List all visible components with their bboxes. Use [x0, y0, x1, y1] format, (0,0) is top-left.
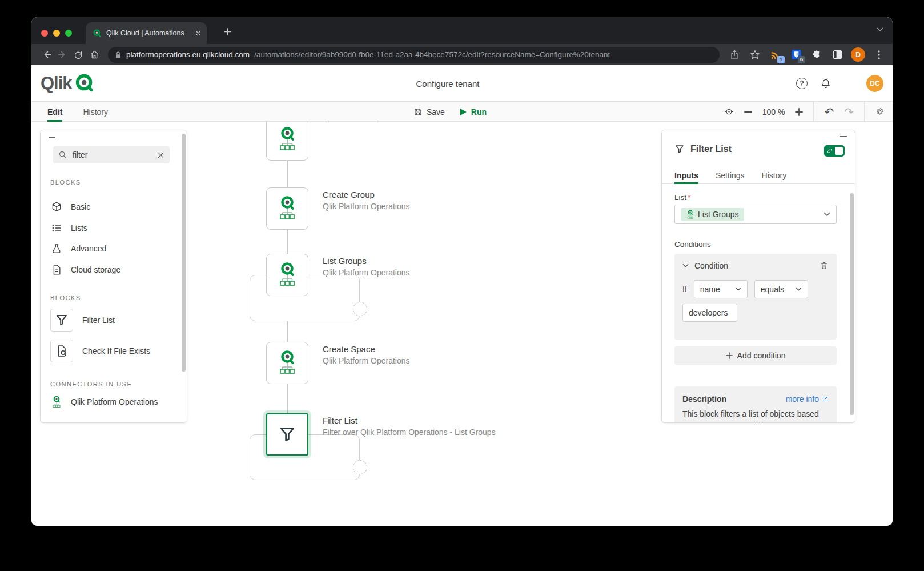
url-domain: platformoperations.eu.qlikcloud.com — [126, 50, 250, 59]
user-avatar[interactable]: DC — [866, 75, 883, 92]
browser-url-bar: platformoperations.eu.qlikcloud.com/auto… — [31, 44, 893, 65]
new-tab-button[interactable] — [221, 25, 234, 38]
toolbar-right-actions: 100 % ↶ ↷ — [724, 102, 885, 122]
toolbar-divider — [864, 102, 865, 122]
qlik-logo[interactable]: Qlik — [41, 73, 96, 94]
flow-connector-line — [287, 384, 288, 413]
clear-search-icon[interactable] — [158, 152, 164, 158]
browser-menu-kebab-icon[interactable] — [872, 48, 886, 62]
cube-icon — [50, 201, 63, 213]
chevron-down-icon — [823, 212, 830, 217]
app-launcher-grid-icon[interactable] — [844, 79, 854, 89]
url-path: /automations/editor/9ab990d0-fb0e-11ed-a… — [254, 50, 610, 59]
notifications-bell-icon[interactable] — [820, 78, 831, 89]
app-header: Qlik Configure tenant DC — [31, 65, 893, 102]
more-info-link[interactable]: more info — [786, 394, 829, 404]
bookmark-star-icon[interactable] — [748, 48, 762, 62]
run-button[interactable]: Run — [460, 107, 487, 117]
add-condition-button[interactable]: Add condition — [674, 346, 837, 365]
sidebar-item-basic[interactable]: Basic — [50, 197, 90, 217]
window-minimize-button[interactable] — [53, 30, 60, 37]
block-title: Filter List — [323, 414, 517, 426]
block-node-create-space[interactable] — [266, 342, 308, 384]
sidebar-block-check-if-file-exists[interactable]: Check If File Exists — [50, 340, 150, 362]
delete-condition-icon[interactable] — [819, 261, 829, 270]
browser-profile-avatar[interactable]: D — [851, 47, 865, 62]
block-label: Create Group Qlik Platform Operations — [323, 189, 517, 213]
external-link-icon — [822, 396, 829, 402]
tab-edit[interactable]: Edit — [47, 102, 62, 122]
zoom-in-button[interactable] — [795, 108, 803, 116]
add-condition-label: Add condition — [737, 351, 786, 360]
collapse-panel-icon[interactable] — [840, 136, 847, 137]
extensions-puzzle-icon[interactable] — [810, 48, 823, 62]
forward-button[interactable] — [54, 47, 70, 63]
browser-tab-strip: Qlik Cloud | Automations — [31, 17, 893, 44]
tab-history[interactable]: History — [83, 102, 108, 122]
sidebar-item-advanced[interactable]: Advanced — [50, 239, 106, 258]
rss-extension-icon[interactable]: 1 — [769, 48, 782, 62]
side-panel-icon[interactable] — [830, 48, 844, 62]
block-node[interactable] — [266, 122, 308, 161]
condition-card: Condition If name equals — [674, 254, 837, 340]
address-bar[interactable]: platformoperations.eu.qlikcloud.com/auto… — [108, 47, 720, 63]
sidebar-item-cloud-storage[interactable]: Cloud storage — [50, 260, 120, 279]
window-close-button[interactable] — [41, 30, 48, 37]
qlik-connector-icon — [276, 126, 299, 153]
zoom-out-button[interactable] — [744, 108, 752, 116]
condition-header[interactable]: Condition — [682, 261, 728, 270]
section-header-blocks: BLOCKS — [50, 179, 81, 186]
inspector-scrollbar[interactable] — [850, 193, 854, 415]
condition-if-row: If name equals — [682, 280, 808, 298]
sidebar-connector-qlik-platform-operations[interactable]: Qlik Platform Operations — [50, 392, 158, 412]
block-node-list-groups[interactable] — [266, 254, 308, 296]
undo-button[interactable]: ↶ — [824, 106, 834, 118]
loop-drop-target[interactable] — [353, 302, 367, 316]
tab-close-icon[interactable] — [195, 30, 201, 36]
settings-gear-icon[interactable] — [875, 107, 885, 117]
block-node-filter-list[interactable] — [266, 413, 308, 456]
list-select[interactable]: List Groups — [674, 205, 837, 224]
back-button[interactable] — [38, 47, 54, 63]
save-button[interactable]: Save — [413, 107, 445, 117]
tab-history[interactable]: History — [762, 167, 787, 184]
sidebar-block-filter-list[interactable]: Filter List — [50, 309, 115, 332]
browser-window: Qlik Cloud | Automations — [31, 17, 893, 526]
description-card: Description more info This block filters… — [674, 386, 837, 423]
editor-tabs: Edit History — [47, 102, 108, 122]
save-label: Save — [427, 107, 445, 117]
block-title: Create Group — [323, 189, 517, 201]
browser-tab[interactable]: Qlik Cloud | Automations — [86, 22, 207, 44]
collapse-sidebar-icon[interactable] — [49, 137, 55, 138]
sidebar-item-label: Basic — [71, 202, 90, 211]
password-manager-extension-icon[interactable]: 6 — [789, 48, 803, 62]
home-button[interactable] — [86, 47, 102, 63]
condition-field-select[interactable]: name — [694, 280, 748, 298]
tab-search-chevron-icon[interactable] — [877, 27, 883, 32]
help-icon[interactable] — [796, 78, 808, 89]
loop-drop-target[interactable] — [353, 460, 367, 474]
qlik-logo-q-icon — [74, 73, 96, 94]
reload-button[interactable] — [70, 47, 86, 63]
redo-button[interactable]: ↷ — [844, 106, 854, 118]
sidebar-item-label: Advanced — [71, 244, 106, 253]
flow-connector-line — [287, 230, 288, 254]
window-zoom-button[interactable] — [65, 30, 72, 37]
block-node-create-group[interactable] — [266, 187, 308, 230]
condition-value-select[interactable]: developers — [682, 304, 737, 322]
inspector-header: Filter List — [674, 144, 732, 154]
share-icon[interactable] — [728, 48, 741, 62]
search-input[interactable] — [71, 150, 153, 160]
fit-to-screen-icon[interactable] — [724, 107, 734, 117]
tab-settings[interactable]: Settings — [716, 167, 745, 184]
condition-operator-select[interactable]: equals — [754, 280, 808, 298]
qlik-connector-icon — [276, 262, 299, 288]
flask-icon — [50, 243, 63, 254]
block-enabled-toggle[interactable] — [824, 145, 845, 157]
search-icon — [59, 151, 67, 159]
tab-inputs[interactable]: Inputs — [674, 167, 698, 184]
block-search[interactable] — [53, 146, 170, 163]
sidebar-scrollbar[interactable] — [182, 134, 186, 372]
sidebar-item-lists[interactable]: Lists — [50, 218, 87, 238]
block-label: Qlik Platform Operations — [323, 122, 517, 124]
